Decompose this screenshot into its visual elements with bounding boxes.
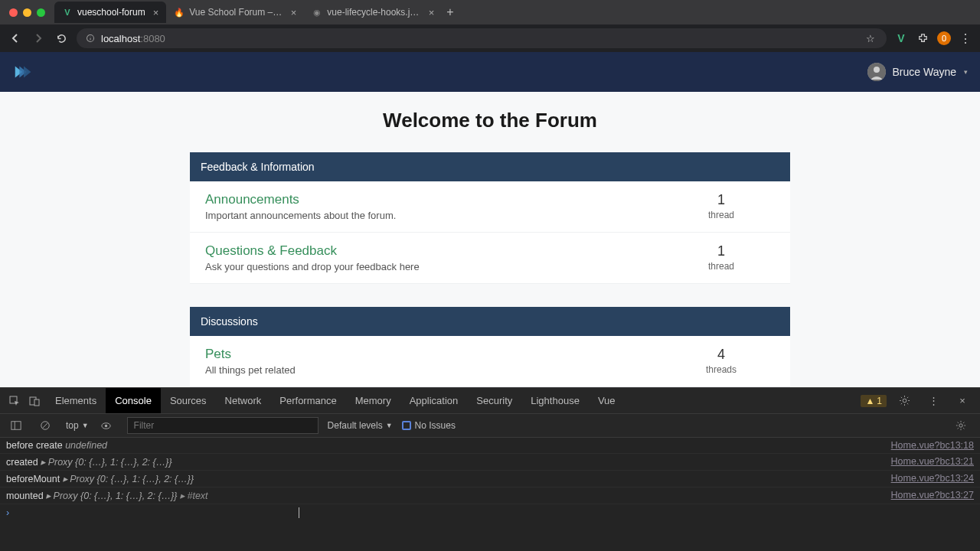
thread-count: 1 (668, 192, 775, 208)
vue-favicon-icon: V (62, 7, 73, 18)
settings-gear-icon[interactable] (896, 393, 913, 409)
devtools-panel: Elements Console Sources Network Perform… (0, 387, 980, 551)
forum-title[interactable]: Pets (205, 347, 668, 362)
svg-point-4 (874, 67, 880, 73)
log-line[interactable]: beforeMount ▸ Proxy {0: {…}, 1: {…}, 2: … (0, 471, 980, 487)
firebase-favicon-icon: 🔥 (174, 7, 185, 18)
log-source-link[interactable]: Home.vue?bc13:27 (891, 490, 974, 501)
address-bar[interactable]: localhost:8080 ☆ (77, 28, 887, 48)
avatar (867, 63, 886, 81)
tab-application[interactable]: Application (400, 388, 468, 414)
thread-label: thread (668, 261, 775, 272)
browser-toolbar: localhost:8080 ☆ V 0 ⋮ (0, 24, 980, 52)
forum-row-pets[interactable]: Pets All things pet related 4 threads (190, 336, 790, 387)
svg-rect-9 (11, 422, 21, 430)
tab-elements[interactable]: Elements (46, 388, 106, 414)
forum-row-announcements[interactable]: Announcements Important announcements ab… (190, 181, 790, 233)
bookmark-icon[interactable]: ☆ (864, 31, 877, 45)
thread-count: 4 (668, 347, 775, 363)
log-source-link[interactable]: Home.vue?bc13:21 (891, 456, 974, 468)
app-header: Bruce Wayne ▾ (0, 52, 980, 92)
tab-vue-lifecycle-image[interactable]: ◉ vue-lifecycle-hooks.jpg (1200 × (304, 2, 442, 23)
close-tab-icon[interactable]: × (291, 7, 297, 18)
close-devtools-icon[interactable]: × (954, 393, 971, 409)
forum-container: Feedback & Information Announcements Imp… (190, 152, 790, 387)
live-expression-icon[interactable] (98, 417, 115, 434)
tab-vue-school-forum-cloud[interactable]: 🔥 Vue School Forum – Cloud Fir × (166, 2, 304, 23)
site-info-icon (86, 34, 95, 43)
close-tab-icon[interactable]: × (429, 7, 435, 18)
warnings-badge[interactable]: ▲ 1 (861, 395, 887, 407)
page-title: Welcome to the Forum (0, 92, 980, 152)
tab-vue[interactable]: Vue (589, 388, 625, 414)
profile-badge[interactable]: 0 (937, 31, 951, 45)
tab-memory[interactable]: Memory (346, 388, 400, 414)
console-toolbar: top ▼ Default levels ▼ No Issues (0, 413, 980, 438)
tab-console[interactable]: Console (106, 388, 161, 414)
log-line[interactable]: mounted ▸ Proxy {0: {…}, 1: {…}, 2: {…}}… (0, 487, 980, 504)
page-content: Welcome to the Forum Feedback & Informat… (0, 92, 980, 387)
image-favicon-icon: ◉ (312, 7, 322, 18)
console-sidebar-icon[interactable] (8, 417, 24, 434)
issues-icon (402, 421, 411, 430)
log-source-link[interactable]: Home.vue?bc13:18 (891, 440, 974, 451)
close-window-button[interactable] (9, 8, 18, 17)
svg-point-14 (105, 424, 107, 426)
log-source-link[interactable]: Home.vue?bc13:24 (891, 473, 974, 484)
devtools-tab-bar: Elements Console Sources Network Perform… (0, 387, 980, 413)
forum-desc: Important announcements about the forum. (205, 210, 668, 221)
window-controls (9, 8, 45, 17)
console-settings-gear-icon[interactable] (952, 417, 969, 434)
app-logo[interactable] (12, 60, 35, 83)
tab-lighthouse[interactable]: Lighthouse (521, 388, 589, 414)
reload-button[interactable] (54, 31, 69, 46)
svg-point-15 (959, 424, 962, 427)
inspect-element-icon[interactable] (6, 393, 23, 409)
console-filter-input[interactable] (127, 417, 318, 434)
forum-title[interactable]: Announcements (205, 192, 668, 207)
prompt-caret-icon: › (6, 507, 9, 518)
minimize-window-button[interactable] (23, 8, 31, 17)
execution-context-selector[interactable]: top ▼ (66, 420, 89, 431)
tab-title: vueschool-forum (77, 7, 145, 18)
back-button[interactable] (8, 31, 23, 46)
svg-point-8 (903, 399, 906, 403)
device-toolbar-icon[interactable] (26, 393, 43, 409)
devtools-menu-icon[interactable]: ⋮ (925, 393, 942, 409)
forum-row-questions[interactable]: Questions & Feedback Ask your questions … (190, 233, 790, 284)
log-line[interactable]: created ▸ Proxy {0: {…}, 1: {…}, 2: {…}}… (0, 454, 980, 471)
thread-count: 1 (668, 243, 775, 259)
browser-menu-icon[interactable]: ⋮ (959, 31, 972, 45)
tab-network[interactable]: Network (216, 388, 271, 414)
forward-button[interactable] (31, 31, 46, 46)
console-prompt[interactable]: › (0, 504, 980, 521)
thread-label: thread (668, 210, 775, 220)
svg-line-12 (43, 423, 48, 429)
svg-rect-7 (34, 399, 39, 406)
clear-console-icon[interactable] (37, 417, 54, 434)
log-levels-selector[interactable]: Default levels ▼ (328, 420, 393, 431)
new-tab-button[interactable]: + (446, 5, 453, 19)
log-line[interactable]: before create undefined Home.vue?bc13:18 (0, 438, 980, 454)
category-header-discussions: Discussions (190, 307, 790, 336)
close-tab-icon[interactable]: × (153, 7, 159, 18)
tab-performance[interactable]: Performance (270, 388, 345, 414)
browser-tab-strip: V vueschool-forum × 🔥 Vue School Forum –… (0, 0, 980, 24)
forum-title[interactable]: Questions & Feedback (205, 243, 668, 259)
tab-security[interactable]: Security (467, 388, 521, 414)
thread-label: threads (668, 364, 775, 375)
extensions-icon[interactable] (916, 31, 929, 45)
forum-desc: Ask your questions and drop your feedbac… (205, 261, 668, 272)
tab-sources[interactable]: Sources (161, 388, 216, 414)
console-log-area: before create undefined Home.vue?bc13:18… (0, 438, 980, 551)
tab-vueschool-forum[interactable]: V vueschool-forum × (54, 2, 166, 23)
maximize-window-button[interactable] (37, 8, 45, 17)
chevron-down-icon: ▾ (964, 68, 968, 76)
tab-title: vue-lifecycle-hooks.jpg (1200 (327, 7, 420, 18)
user-name: Bruce Wayne (892, 66, 956, 78)
user-menu[interactable]: Bruce Wayne ▾ (867, 63, 968, 81)
text-cursor (299, 507, 299, 518)
forum-desc: All things pet related (205, 364, 668, 376)
issues-indicator[interactable]: No Issues (402, 420, 456, 431)
vue-devtools-extension-icon[interactable]: V (894, 31, 908, 45)
